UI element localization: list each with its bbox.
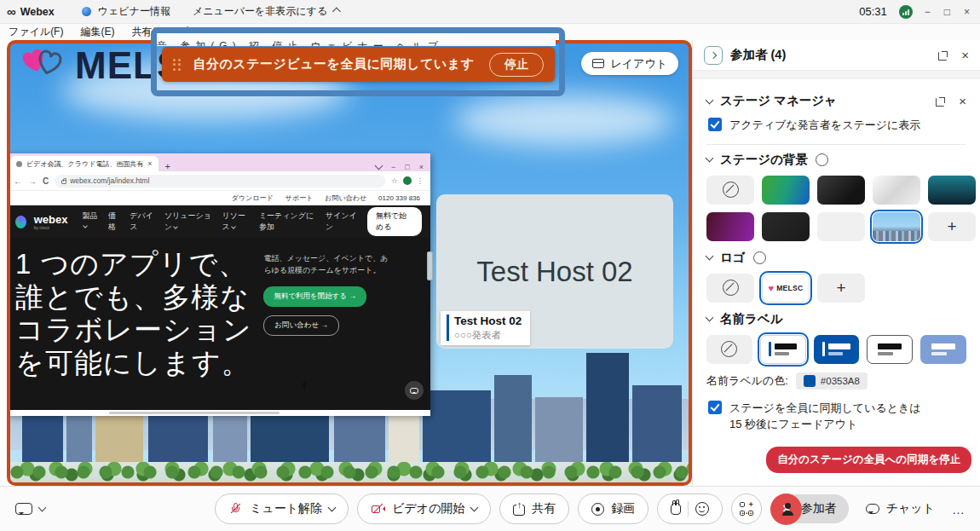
background-option-light[interactable] xyxy=(873,176,920,205)
apps-icon[interactable]: + xyxy=(740,502,753,516)
cloud-decoration xyxy=(453,95,675,146)
name-label-color-label: 名前ラベルの色: xyxy=(706,373,788,389)
nav-devices[interactable]: デバイス xyxy=(130,211,155,233)
nav-pricing[interactable]: 価格 xyxy=(108,211,121,233)
start-video-button[interactable]: ビデオの開始 xyxy=(357,493,491,524)
stop-sync-button[interactable]: 自分のステージの全員への同期を停止 xyxy=(766,447,971,473)
name-label-style-2[interactable] xyxy=(814,335,860,364)
browser-avatar[interactable] xyxy=(403,176,412,185)
background-none-option[interactable] xyxy=(706,176,754,205)
info-icon[interactable] xyxy=(816,153,828,166)
chat-button[interactable]: チャット xyxy=(866,501,935,517)
popout-icon[interactable] xyxy=(936,96,946,107)
nav-resources[interactable]: リソース xyxy=(222,211,251,233)
active-speaker-checkbox-row[interactable]: アクティブな発言者をステージに表示 xyxy=(708,117,966,134)
name-label-style-3[interactable] xyxy=(867,335,913,364)
menu-edit[interactable]: 編集(E) xyxy=(80,25,114,39)
reactions-button[interactable] xyxy=(657,493,723,524)
nav-products[interactable]: 製品 xyxy=(82,211,98,233)
more-panels-button[interactable]: … xyxy=(952,502,965,517)
bookmark-star-icon[interactable]: ☆ xyxy=(391,176,398,185)
fadeout-checkbox-row[interactable]: ステージを全員に同期しているときは 15 秒後にフェードアウト xyxy=(708,400,966,433)
browser-restore-button[interactable]: □ xyxy=(405,163,409,171)
logo-option-melsc-selected[interactable]: ♥ MELSC xyxy=(762,274,810,303)
raise-hand-icon[interactable] xyxy=(671,503,681,515)
chevron-down-icon[interactable] xyxy=(706,154,714,163)
join-meeting-link[interactable]: ミーティングに参加 xyxy=(259,211,315,233)
browser-profile-chevron-icon[interactable] xyxy=(375,162,383,170)
nav-solutions[interactable]: ソリューション xyxy=(164,211,213,233)
start-free-trial-button[interactable]: 無料で利用を開始する → xyxy=(263,286,366,307)
start-free-button[interactable]: 無料で始める xyxy=(367,207,422,236)
webinar-info-button[interactable]: ウェビナー情報 xyxy=(98,4,170,19)
hide-menubar-button[interactable]: メニューバーを非表示にする xyxy=(193,4,327,19)
chevron-down-icon[interactable] xyxy=(470,504,479,512)
popout-icon[interactable] xyxy=(938,50,948,61)
logo-none-option[interactable] xyxy=(706,274,754,303)
name-label-style-1-selected[interactable] xyxy=(760,335,806,364)
captions-control[interactable] xyxy=(15,503,45,515)
emoji-reaction-icon[interactable] xyxy=(695,502,709,516)
chevron-down-icon[interactable] xyxy=(38,504,47,512)
chevron-down-icon[interactable] xyxy=(706,314,714,322)
name-label-none-option[interactable] xyxy=(706,335,752,364)
fadeout-checkbox-label: ステージを全員に同期しているときは 15 秒後にフェードアウト xyxy=(729,400,921,433)
new-tab-button[interactable]: + xyxy=(165,161,170,171)
url-field[interactable]: webex.com/ja/index.html xyxy=(55,175,385,188)
browser-tab[interactable]: ビデオ会議、クラウド電話、画面共有 × xyxy=(10,156,159,171)
signin-link[interactable]: サインイン xyxy=(326,211,357,233)
meeting-timer: 05:31 xyxy=(859,5,887,18)
checkbox-checked-icon[interactable] xyxy=(708,401,722,414)
background-option-green-blue[interactable] xyxy=(762,176,810,205)
minimize-button[interactable]: − xyxy=(925,6,931,18)
background-option-gray[interactable] xyxy=(817,212,865,241)
closed-captions-icon[interactable] xyxy=(15,503,32,515)
link-contact[interactable]: お問い合わせ xyxy=(325,193,366,203)
logo-add-button[interactable]: + xyxy=(817,274,865,303)
background-option-purple[interactable] xyxy=(706,212,754,241)
browser-close-button[interactable]: × xyxy=(419,163,424,171)
chevron-down-icon[interactable] xyxy=(706,252,714,261)
reload-icon[interactable]: C xyxy=(43,176,49,186)
info-icon[interactable] xyxy=(753,251,766,264)
background-add-button[interactable]: + xyxy=(928,212,976,241)
background-option-dark[interactable] xyxy=(817,176,865,205)
link-support[interactable]: サポート xyxy=(285,193,314,203)
restore-button[interactable]: □ xyxy=(944,6,950,18)
background-option-teal[interactable] xyxy=(928,176,976,205)
name-label-style-4[interactable] xyxy=(920,335,966,364)
panel-divider xyxy=(693,71,980,79)
name-label-color-picker[interactable]: #0353A8 xyxy=(796,372,868,390)
tab-close-icon[interactable]: × xyxy=(147,159,152,168)
drag-handle-icon[interactable] xyxy=(173,59,181,71)
panel-collapse-button[interactable] xyxy=(704,46,723,65)
browser-scrollbar[interactable] xyxy=(7,410,430,416)
close-panel-icon[interactable]: × xyxy=(961,49,969,61)
participants-icon xyxy=(782,503,794,515)
color-swatch xyxy=(804,375,816,387)
hero-subtext: 電話、メッセージ、イベントで、あ らゆる規模のチームをサポート。 xyxy=(263,253,400,276)
menu-file[interactable]: ファイル(F) xyxy=(9,25,63,39)
close-button[interactable]: × xyxy=(964,6,970,18)
share-button[interactable]: 共有 xyxy=(499,493,569,524)
chevron-down-icon[interactable] xyxy=(328,504,337,512)
back-icon[interactable]: ← xyxy=(14,176,22,186)
sync-banner-message: 自分のステージビューを全員に同期しています xyxy=(193,56,475,72)
stage-divider-handle[interactable] xyxy=(427,251,433,280)
checkbox-checked-icon[interactable] xyxy=(708,118,722,131)
background-option-city-selected[interactable] xyxy=(873,212,920,241)
chevron-down-icon[interactable] xyxy=(706,95,714,104)
browser-menu-icon[interactable]: ⋮ xyxy=(417,176,424,185)
browser-minimize-button[interactable]: − xyxy=(391,163,395,171)
camera-off-icon xyxy=(371,502,385,517)
link-download[interactable]: ダウンロード xyxy=(232,193,274,203)
site-chat-fab[interactable] xyxy=(405,381,424,400)
sync-stop-button[interactable]: 停止 xyxy=(489,53,544,77)
layout-button[interactable]: レイアウト xyxy=(581,52,678,75)
close-panel-icon[interactable]: × xyxy=(959,95,966,107)
forward-icon[interactable]: → xyxy=(28,176,37,186)
contact-us-button[interactable]: お問い合わせ → xyxy=(263,315,339,336)
unmute-button[interactable]: ミュート解除 xyxy=(215,493,349,524)
background-option-black[interactable] xyxy=(762,212,810,241)
record-button[interactable]: 録画 xyxy=(578,493,649,524)
